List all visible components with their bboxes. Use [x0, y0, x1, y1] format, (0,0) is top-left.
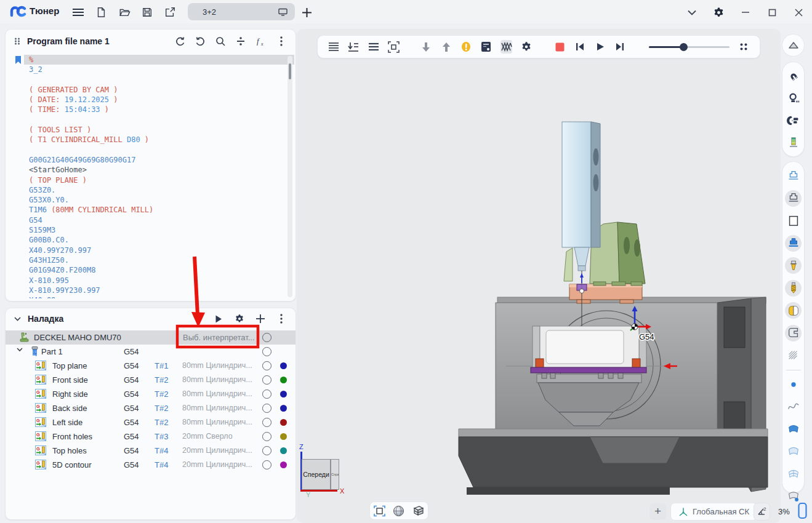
stock-box-icon[interactable] [785, 212, 802, 229]
gear-icon[interactable] [520, 40, 533, 54]
operation-radio[interactable] [262, 418, 271, 427]
skip-end-icon[interactable] [614, 40, 627, 54]
point-icon[interactable] [785, 376, 802, 393]
machine-panel-icon[interactable] [480, 40, 492, 54]
divide-icon[interactable] [234, 34, 247, 48]
code-line[interactable]: X-810.99Y230.997 [24, 285, 294, 295]
arrow-up-icon[interactable] [440, 40, 452, 54]
angle-view-button[interactable]: 2 [754, 503, 770, 521]
code-line[interactable]: S159M3 [24, 225, 294, 235]
surface-outline-icon[interactable] [785, 444, 802, 460]
view-cube[interactable]: Z Спереди Справа X Y [298, 442, 355, 500]
tree-row-operation[interactable]: G Front holes G54 T#3 20mm Сверло [6, 429, 295, 444]
undo-icon[interactable] [173, 34, 187, 48]
code-line[interactable]: ( TIME: 15:04:33 ) [24, 105, 294, 114]
tree-row-part[interactable]: Part 1 G54 [6, 345, 295, 359]
code-line[interactable]: G01G94Z0.F200M8 [24, 265, 294, 275]
bookmark-icon[interactable] [15, 56, 22, 64]
code-line[interactable]: G53Z0. [24, 185, 294, 195]
code-line[interactable]: X40.99Y270.997 [24, 246, 294, 255]
holder-icon[interactable] [785, 190, 802, 207]
code-line[interactable]: G53X0.Y0. [24, 195, 294, 205]
export-icon[interactable] [163, 5, 177, 20]
operation-radio[interactable] [262, 404, 271, 413]
part-stock-icon[interactable] [785, 302, 802, 319]
tool-assembly-icon[interactable] [785, 134, 802, 151]
gear-icon[interactable] [711, 5, 726, 20]
redo-icon[interactable] [193, 34, 207, 48]
iso-box-icon[interactable] [411, 504, 425, 517]
machine-radio[interactable] [262, 333, 271, 342]
formula-icon[interactable]: fx [254, 34, 268, 48]
frame-select-icon[interactable] [388, 40, 400, 54]
editor-scrollbar-track[interactable] [287, 56, 292, 297]
kebab-icon[interactable] [275, 312, 288, 325]
mesh-surface-icon[interactable] [785, 466, 802, 482]
probe-icon[interactable] [785, 90, 802, 106]
maximize-icon[interactable] [765, 5, 779, 20]
gcode-editor[interactable]: %3_2( GENERATED BY CAM )( DATE: 19.12.20… [7, 55, 294, 298]
drag-handle-icon[interactable] [14, 38, 20, 45]
chevron-down-icon[interactable] [685, 5, 699, 20]
play-icon[interactable] [594, 40, 606, 54]
menu-icon[interactable] [71, 5, 86, 20]
plus-icon[interactable] [254, 312, 267, 325]
machine-head-icon[interactable] [785, 112, 802, 129]
code-line[interactable]: ( GENERATED BY CAM ) [24, 85, 294, 95]
collapse-chevron-icon[interactable] [14, 317, 21, 321]
code-line[interactable]: T1M6 (80MM CYLINDRICAL MILL) [24, 205, 294, 215]
viewport-3d[interactable]: G54 [297, 29, 781, 523]
operation-radio[interactable] [262, 389, 271, 399]
minimize-icon[interactable] [738, 5, 753, 20]
close-icon[interactable] [791, 5, 806, 20]
magnet-icon[interactable] [785, 68, 802, 84]
tree-row-operation[interactable]: G Left side G54 T#2 80mm Цилиндрич... [6, 415, 295, 429]
tree-row-operation[interactable]: G Back side G54 T#2 80mm Цилиндрич... [6, 401, 295, 415]
operation-radio[interactable] [262, 460, 271, 469]
code-line[interactable]: ( T1 CYLINDRICAL_MILL D80 ) [24, 135, 294, 145]
fit-view-icon[interactable] [373, 504, 387, 517]
surface-icon[interactable] [785, 421, 802, 437]
warning-icon[interactable] [460, 40, 473, 54]
speed-slider[interactable] [649, 40, 730, 54]
code-line[interactable] [24, 145, 294, 155]
lines-icon[interactable] [328, 40, 340, 54]
tool-cone-icon[interactable] [785, 257, 802, 274]
tree-row-operation[interactable]: G Front side G54 T#2 80mm Цилиндрич... [6, 373, 295, 387]
code-line[interactable]: % [24, 55, 294, 65]
operation-radio[interactable] [262, 361, 271, 370]
gear-icon[interactable] [233, 312, 246, 325]
add-tab-icon[interactable] [299, 5, 314, 20]
search-icon[interactable] [214, 34, 227, 48]
code-line[interactable]: ( TOOLS LIST ) [24, 125, 294, 135]
tree-row-machine[interactable]: DECKEL MAHO DMU70 Выб. интерпретат... [6, 330, 295, 345]
surface-point-icon[interactable] [785, 489, 802, 505]
drill-icon[interactable] [785, 280, 802, 297]
operation-radio[interactable] [262, 375, 271, 385]
sidebar-collapse-button[interactable] [782, 34, 805, 57]
holder-filled-icon[interactable] [785, 235, 802, 252]
grid-dots-icon[interactable] [738, 40, 750, 54]
stop-icon[interactable] [554, 40, 566, 54]
hatch-icon[interactable] [785, 347, 802, 364]
code-line[interactable]: <StartGoHome> [24, 165, 294, 175]
code-line[interactable]: G43H1Z50. [24, 255, 294, 265]
operation-radio[interactable] [262, 432, 271, 441]
global-cs-button[interactable]: Глобальная СК [670, 503, 757, 521]
code-line[interactable]: ( DATE: 19.12.2025 ) [24, 95, 294, 105]
code-line[interactable]: G00B0.C0. [24, 235, 294, 245]
expand-chevron-icon[interactable] [17, 348, 23, 352]
tab-3plus2[interactable]: 3+2 [188, 3, 295, 20]
code-line[interactable]: X-810.995 [24, 276, 294, 285]
new-file-icon[interactable] [94, 5, 108, 20]
code-line[interactable]: G00G21G40G49G69G80G90G17 [24, 155, 294, 165]
tree-row-operation[interactable]: G Right side G54 T#2 80mm Цилиндрич... [6, 387, 295, 401]
play-icon[interactable] [212, 312, 225, 325]
view-cube-side-face[interactable]: Справа [331, 459, 339, 490]
fixture-icon[interactable] [785, 325, 802, 341]
open-folder-icon[interactable] [117, 5, 132, 20]
curve-icon[interactable] [785, 399, 802, 415]
slider-knob[interactable] [680, 43, 688, 51]
code-line[interactable] [24, 75, 294, 85]
tree-row-operation[interactable]: G Top plane G54 T#1 80mm Цилиндрич... [6, 359, 295, 373]
